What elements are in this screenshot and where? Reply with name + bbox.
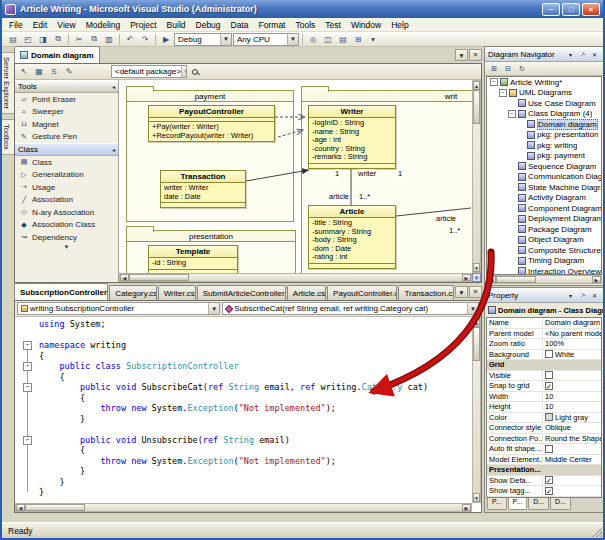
toolbox-item-n-ary-association[interactable]: ◇N-ary Association bbox=[15, 206, 118, 219]
toolbox-item-dependency[interactable]: ↝Dependency bbox=[15, 231, 118, 244]
platform-combo[interactable]: Any CPU ▼ bbox=[233, 33, 299, 46]
property-tab-2[interactable]: D... bbox=[528, 498, 549, 510]
menu-window[interactable]: Window bbox=[346, 19, 386, 31]
resize-grip[interactable] bbox=[592, 527, 602, 537]
tree-item-pkg-presentation[interactable]: pkg: presentation bbox=[487, 130, 601, 141]
close-document-button[interactable]: ✕ bbox=[469, 49, 482, 61]
menu-project[interactable]: Project bbox=[125, 19, 161, 31]
save-icon[interactable]: ◨ bbox=[36, 33, 50, 46]
tree-item-package-diagram[interactable]: Package Diagram bbox=[487, 224, 601, 235]
checkbox[interactable]: ✓ bbox=[545, 487, 553, 495]
collapse-region-icon[interactable]: − bbox=[23, 341, 32, 350]
tree-item-uml-diagrams[interactable]: −UML Diagrams bbox=[487, 88, 601, 99]
menu-debug[interactable]: Debug bbox=[191, 19, 226, 31]
tree-item-use-case-diagram[interactable]: Use Case Diagram bbox=[487, 98, 601, 109]
tree-item-interaction-overview-i[interactable]: Interaction Overview I bbox=[487, 266, 601, 275]
toolbox-icon[interactable]: ⊞ bbox=[351, 33, 365, 46]
scroll-right-icon[interactable]: ▶ bbox=[462, 504, 471, 511]
collapse-all-icon[interactable]: ⊟ bbox=[502, 63, 514, 75]
menu-modeling[interactable]: Modeling bbox=[81, 19, 126, 31]
code-vertical-scrollbar[interactable]: ▲ ▼ bbox=[472, 317, 481, 503]
tab-payoutcontroller-cs[interactable]: PayoutController.cs bbox=[327, 285, 397, 300]
uml-class-article[interactable]: Article-title : String-summary : String-… bbox=[308, 205, 396, 269]
select-cursor-icon[interactable]: ↖ bbox=[17, 65, 31, 78]
property-tab-3[interactable]: D... bbox=[550, 498, 571, 510]
type-combo[interactable]: writing.SubscriptionController ▼ bbox=[17, 302, 220, 315]
chevron-down-icon[interactable]: ▼ bbox=[467, 303, 478, 314]
collapse-arrow-icon[interactable]: ◂ bbox=[112, 146, 115, 153]
tab-subscriptioncontroller-cs[interactable]: SubscriptionController.cs bbox=[14, 283, 108, 300]
navigator-title-bar[interactable]: Diagram Navigator ▾ ⊤ ✕ bbox=[485, 47, 603, 62]
tab-list-button[interactable]: ▼ bbox=[455, 49, 468, 61]
property-row-color[interactable]: ColorLight gray bbox=[487, 413, 601, 424]
property-value[interactable]: ✓ bbox=[543, 487, 601, 495]
tree-item-activity-diagram[interactable]: Activity Diagram bbox=[487, 193, 601, 204]
property-row-parent-model[interactable]: Parent model<No parent model> bbox=[487, 329, 601, 340]
checkbox[interactable] bbox=[545, 445, 553, 453]
grid-icon[interactable]: ▦ bbox=[32, 65, 46, 78]
property-row-width[interactable]: Width10 bbox=[487, 392, 601, 403]
property-row-height[interactable]: Height10 bbox=[487, 402, 601, 413]
diagram-horizontal-scrollbar[interactable]: ◀ ▶ bbox=[119, 273, 472, 282]
checkbox[interactable]: ✓ bbox=[545, 382, 553, 390]
toolbox-item-generalization[interactable]: ▷Generalization bbox=[15, 169, 118, 182]
chevron-down-icon[interactable]: ▼ bbox=[208, 303, 219, 314]
package-combo[interactable]: <default package> ▼ bbox=[111, 65, 187, 78]
property-value[interactable] bbox=[543, 445, 601, 453]
menu-build[interactable]: Build bbox=[162, 19, 191, 31]
code-editor[interactable]: using System; namespace writing{ public … bbox=[15, 317, 472, 503]
close-document-button[interactable]: ✕ bbox=[469, 286, 482, 298]
property-value[interactable]: Light gray bbox=[543, 413, 601, 422]
toolbox-item-usage[interactable]: ⇢Usage bbox=[15, 181, 118, 194]
toolbox-item-association[interactable]: ╱Association bbox=[15, 194, 118, 207]
property-row-background[interactable]: BackgroundWhite bbox=[487, 350, 601, 361]
scroll-left-icon[interactable]: ◀ bbox=[16, 504, 25, 511]
toolbox-item-gesture-pen[interactable]: ✎Gesture Pen bbox=[15, 131, 118, 144]
tab-category-cs[interactable]: Category.cs bbox=[109, 285, 156, 300]
property-value[interactable]: <No parent model> bbox=[543, 329, 601, 338]
association-label[interactable]: writer bbox=[358, 169, 376, 178]
property-row-auto-fit-shape[interactable]: Auto fit shape... bbox=[487, 444, 601, 455]
scroll-down-icon[interactable]: ▼ bbox=[473, 493, 480, 502]
uml-class-writer[interactable]: Writer-logInID : String-name : String-ag… bbox=[308, 105, 396, 169]
chevron-down-icon[interactable]: ▼ bbox=[287, 34, 298, 45]
scroll-right-icon[interactable]: ▶ bbox=[462, 274, 471, 281]
property-value[interactable]: 100% bbox=[543, 339, 601, 348]
tree-item-composite-structure-d[interactable]: Composite Structure D bbox=[487, 245, 601, 256]
gesture-pen-icon[interactable]: ✎ bbox=[62, 65, 76, 78]
paste-icon[interactable]: ▥ bbox=[102, 33, 116, 46]
toolbox-section-class[interactable]: Class◂ bbox=[15, 143, 118, 156]
property-row-connection-po[interactable]: Connection Po...Round the Shape bbox=[487, 434, 601, 445]
new-diagram-icon[interactable]: ⊞ bbox=[488, 63, 500, 75]
toolbox-item-association-class[interactable]: ◆Association Class bbox=[15, 219, 118, 232]
refresh-icon[interactable]: ↻ bbox=[516, 63, 528, 75]
title-bar[interactable]: Article Writing - Microsoft Visual Studi… bbox=[2, 0, 603, 18]
association-label[interactable]: article bbox=[436, 214, 456, 223]
find-icon[interactable]: ◎ bbox=[306, 33, 320, 46]
auto-hide-pin-icon[interactable]: ⊤ bbox=[577, 290, 588, 301]
menu-edit[interactable]: Edit bbox=[28, 19, 53, 31]
tree-item-sequence-diagram[interactable]: Sequence Diagram bbox=[487, 161, 601, 172]
property-row-show-tagg[interactable]: Show tagg...✓ bbox=[487, 486, 601, 497]
scroll-thumb[interactable] bbox=[473, 90, 480, 124]
tab-list-button[interactable]: ▼ bbox=[455, 286, 468, 298]
property-value[interactable]: Middle Center bbox=[543, 455, 601, 464]
property-value[interactable]: Round the Shape bbox=[543, 434, 601, 443]
toolbox-section-tools[interactable]: Tools◂ bbox=[15, 80, 118, 93]
property-row-model-element[interactable]: Model Element...Middle Center bbox=[487, 455, 601, 466]
uml-canvas[interactable]: paymentwritpresentationPayoutController+… bbox=[119, 80, 472, 273]
auto-hide-pin-icon[interactable]: ⊤ bbox=[577, 49, 588, 60]
association-label[interactable]: article bbox=[329, 192, 349, 201]
dropdown-more-icon[interactable]: ▾ bbox=[366, 33, 380, 46]
property-tab-1[interactable]: P... bbox=[508, 498, 528, 510]
toolbox-item-sweeper[interactable]: ≈Sweeper bbox=[15, 106, 118, 119]
property-value[interactable]: ✓ bbox=[543, 476, 601, 484]
start-debug-icon[interactable]: ▶ bbox=[159, 33, 173, 46]
navigator-horizontal-scrollbar[interactable]: ◀ ▶ bbox=[486, 275, 602, 284]
menu-help[interactable]: Help bbox=[386, 19, 413, 31]
property-title-bar[interactable]: Property ▾ ⊤ ✕ bbox=[485, 288, 603, 303]
property-value[interactable] bbox=[543, 371, 601, 379]
association-label[interactable]: 1 bbox=[398, 169, 402, 178]
uml-class-transaction[interactable]: Transactionwriter : Writerdate : Date bbox=[160, 170, 246, 208]
open-file-icon[interactable]: ◰ bbox=[21, 33, 35, 46]
